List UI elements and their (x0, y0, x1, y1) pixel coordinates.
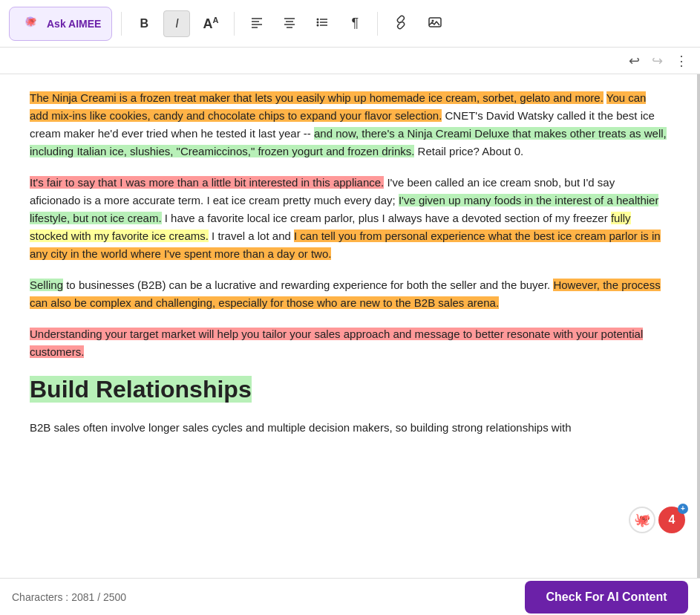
text-highlight-green-3: Selling (30, 279, 63, 291)
main-toolbar: 🐙 Ask AIMEE B I AA ¶ (0, 0, 700, 48)
link-icon (393, 15, 408, 33)
svg-point-13 (317, 21, 319, 23)
image-button[interactable] (421, 10, 449, 37)
align-left-icon (250, 16, 264, 32)
footer-bar: Characters : 2081 / 2500 Check For AI Co… (0, 578, 700, 615)
toolbar-divider-2 (234, 12, 235, 36)
count-badge-number: 4 (669, 510, 676, 530)
count-badge-plus: + (678, 504, 688, 514)
text-plain-7: to businesses (B2B) can be a lucrative a… (66, 279, 553, 291)
count-badge[interactable]: 4 + (658, 507, 685, 533)
link-button[interactable] (387, 10, 415, 37)
text-plain-6: I travel a lot and (212, 230, 294, 242)
more-options-icon: ⋮ (675, 53, 688, 68)
list-icon (315, 16, 329, 32)
editor-wrapper: The Ninja Creami is a frozen treat maker… (0, 74, 700, 578)
italic-icon: I (175, 17, 178, 30)
ask-aimee-button[interactable]: 🐙 Ask AIMEE (9, 7, 112, 41)
paragraph-4: Understanding your target market will he… (30, 325, 667, 361)
more-options-button[interactable]: ⋮ (672, 50, 691, 72)
paragraph-button[interactable]: ¶ (341, 10, 368, 37)
svg-text:🐙: 🐙 (25, 15, 37, 27)
floating-badges: 🐙 4 + (629, 507, 685, 533)
paragraph-2: It's fair to say that I was more than a … (30, 174, 667, 263)
check-ai-content-button[interactable]: Check For AI Content (525, 581, 688, 614)
list-button[interactable] (309, 10, 336, 37)
toolbar-divider-3 (377, 12, 378, 36)
aimee-badge[interactable]: 🐙 (629, 507, 655, 533)
paragraph-3: Selling to businesses (B2B) can be a luc… (30, 276, 667, 312)
svg-point-15 (317, 24, 319, 26)
undo-button[interactable]: ↩ (626, 50, 643, 72)
aimee-badge-icon: 🐙 (634, 510, 650, 531)
redo-icon: ↪ (652, 53, 663, 68)
svg-point-18 (432, 19, 434, 22)
paragraph-5: B2B sales often involve longer sales cyc… (30, 419, 667, 437)
paragraph-1: The Ninja Creami is a frozen treat maker… (30, 89, 667, 160)
toolbar-divider-1 (121, 12, 122, 36)
octopus-icon: 🐙 (20, 13, 41, 34)
align-center-icon (283, 16, 296, 32)
text-plain-8: B2B sales often involve longer sales cyc… (30, 421, 572, 434)
text-plain-3: Retail price? About 0. (418, 145, 524, 157)
align-center-button[interactable] (276, 10, 303, 37)
character-count: Characters : 2081 / 2500 (12, 591, 126, 603)
font-size-icon: AA (203, 16, 218, 32)
bold-icon: B (140, 17, 149, 30)
text-highlight-red-1: It's fair to say that I was more than a … (30, 176, 384, 189)
svg-point-11 (317, 18, 319, 20)
undo-icon: ↩ (629, 53, 640, 68)
font-size-button[interactable]: AA (196, 10, 225, 37)
align-left-button[interactable] (243, 10, 270, 37)
bold-button[interactable]: B (131, 10, 157, 37)
italic-button[interactable]: I (163, 10, 190, 37)
ask-aimee-label: Ask AIMEE (47, 18, 101, 30)
editor-area[interactable]: The Ninja Creami is a frozen treat maker… (0, 74, 697, 578)
redo-button[interactable]: ↪ (649, 50, 666, 72)
text-plain-5: I have a favorite local ice cream parlor… (165, 212, 611, 224)
image-icon (428, 15, 442, 33)
paragraph-icon: ¶ (352, 16, 359, 31)
text-highlight-orange-1: The Ninja Creami is a frozen treat maker… (30, 91, 603, 104)
action-bar: ↩ ↪ ⋮ (0, 48, 700, 74)
build-relationships-heading: Build Relationships (30, 376, 252, 403)
text-highlight-red-2: Understanding your target market will he… (30, 328, 643, 358)
heading-paragraph: Build Relationships (30, 374, 667, 406)
